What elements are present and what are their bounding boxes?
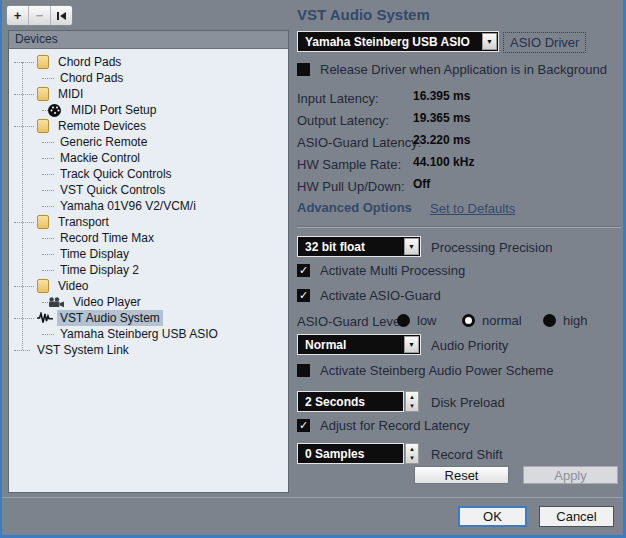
wave-icon [37,312,53,324]
asio-guard-level-option-low[interactable]: low [397,313,437,328]
info-row: Input Latency:16.395 ms [297,89,617,104]
tree-item-label: Remote Devices [55,118,149,134]
tree-item-label: Generic Remote [57,134,150,150]
tree-connector [42,158,54,159]
tree-item-vst-quick-controls[interactable]: VST Quick Controls [9,182,288,198]
asio-driver-select[interactable]: Yamaha Steinberg USB ASIO ▼ [297,31,499,52]
tree-item-vst-system-link[interactable]: VST System Link [9,342,288,358]
tree-connector [42,206,54,207]
tree-item-label: MIDI Port Setup [68,102,159,118]
info-row: Output Latency:19.365 ms [297,111,617,126]
devices-toolbar: + − [6,5,73,26]
tree-connector [42,270,54,271]
radio-icon [462,314,475,327]
power-scheme-label: Activate Steinberg Audio Power Scheme [320,363,553,378]
info-label: HW Sample Rate: [297,157,401,172]
chevron-down-icon: ▼ [482,33,497,50]
page-title: VST Audio System [297,6,430,23]
checkbox-icon [297,419,310,432]
tree-item-video[interactable]: Video [9,278,288,294]
tree-item-label: Record Time Max [57,230,157,246]
tree-item-chord-pads[interactable]: Chord Pads [9,54,288,70]
disk-preload-input[interactable]: 2 Seconds ▲ ▼ [297,391,419,412]
tree-item-label: Time Display 2 [57,262,142,278]
section-divider [297,226,621,228]
info-value: Off [413,177,430,191]
power-scheme-checkbox[interactable]: Activate Steinberg Audio Power Scheme [297,363,553,378]
tree-connector [42,254,54,255]
remove-device-button[interactable]: − [29,6,51,25]
asio-guard-level-option-normal[interactable]: normal [462,313,522,328]
spin-up-button[interactable]: ▲ [406,444,418,454]
record-shift-label: Record Shift [431,447,503,462]
processing-precision-value: 32 bit float [298,240,404,254]
info-value: 44.100 kHz [413,155,474,169]
tree-item-track-quick-controls[interactable]: Track Quick Controls [9,166,288,182]
tree-connector [42,238,54,239]
release-driver-checkbox[interactable]: Release Driver when Application is in Ba… [297,62,607,77]
tree-item-generic-remote[interactable]: Generic Remote [9,134,288,150]
activate-multi-processing-checkbox[interactable]: Activate Multi Processing [297,263,465,278]
devices-panel: Devices Chord PadsChord PadsMIDIMIDI Por… [8,30,289,493]
spin-down-button[interactable]: ▼ [406,402,418,412]
tree-item-transport[interactable]: Transport [9,214,288,230]
tree-connector [42,334,54,335]
cancel-button[interactable]: Cancel [539,506,614,527]
chevron-down-icon: ▼ [404,336,419,353]
asio-guard-level-row: ASIO-Guard Level: lownormalhigh [297,313,621,328]
info-row: HW Sample Rate:44.100 kHz [297,155,617,170]
info-value: 16.395 ms [413,89,470,103]
spin-down-button[interactable]: ▼ [406,454,418,464]
radio-option-label: high [563,313,588,328]
tree-item-yamaha-steinberg-usb-asio[interactable]: Yamaha Steinberg USB ASIO [9,326,288,342]
activate-asio-guard-checkbox[interactable]: Activate ASIO-Guard [297,288,441,303]
asio-driver-label: ASIO Driver [503,32,586,53]
tree-connector [14,126,34,127]
tree-item-midi[interactable]: MIDI [9,86,288,102]
asio-guard-level-option-high[interactable]: high [543,313,588,328]
tree-item-remote-devices[interactable]: Remote Devices [9,118,288,134]
disk-preload-label: Disk Preload [431,395,505,410]
activate-multi-processing-label: Activate Multi Processing [320,263,465,278]
skip-back-icon [57,12,66,20]
tree-item-chord-pads[interactable]: Chord Pads [9,70,288,86]
tree-item-label: MIDI [55,86,86,102]
tree-item-record-time-max[interactable]: Record Time Max [9,230,288,246]
tree-connector [42,174,54,175]
info-label: HW Pull Up/Down: [297,179,405,194]
spinner-buttons: ▲ ▼ [405,443,419,464]
reset-button[interactable]: Reset [414,466,509,484]
spin-up-button[interactable]: ▲ [406,392,418,402]
video-icon [48,297,64,308]
tree-item-mackie-control[interactable]: Mackie Control [9,150,288,166]
reset-devices-button[interactable] [51,6,72,25]
tree-item-label: Chord Pads [55,54,124,70]
set-to-defaults-link[interactable]: Set to Defaults [430,201,515,216]
adjust-record-latency-checkbox[interactable]: Adjust for Record Latency [297,418,470,433]
tree-item-label: Video Player [70,294,144,310]
info-row: ASIO-Guard Latency:23.220 ms [297,133,617,148]
add-device-button[interactable]: + [7,6,29,25]
record-shift-input[interactable]: 0 Samples ▲ ▼ [297,443,419,464]
audio-priority-label: Audio Priority [431,338,508,353]
apply-button[interactable]: Apply [523,466,618,484]
tree-item-midi-port-setup[interactable]: MIDI Port Setup [9,102,288,118]
tree-item-video-player[interactable]: Video Player [9,294,288,310]
radio-option-label: low [417,313,437,328]
tree-item-yamaha-01v96-v2-vcm-i[interactable]: Yamaha 01V96 V2/VCM/i [9,198,288,214]
ok-button[interactable]: OK [458,506,527,527]
tree-item-vst-audio-system[interactable]: VST Audio System [9,310,288,326]
folder-icon [37,279,49,293]
tree-item-label: Yamaha Steinberg USB ASIO [57,326,221,342]
tree-item-label: Time Display [57,246,132,262]
tree-item-label: Chord Pads [57,70,126,86]
devices-panel-header: Devices [9,31,288,49]
tree-item-time-display-2[interactable]: Time Display 2 [9,262,288,278]
disk-preload-value: 2 Seconds [297,391,404,412]
tree-item-label: Track Quick Controls [57,166,175,182]
release-driver-label: Release Driver when Application is in Ba… [320,62,607,77]
processing-precision-select[interactable]: 32 bit float ▼ [297,236,421,257]
audio-priority-select[interactable]: Normal ▼ [297,334,421,355]
tree-item-time-display[interactable]: Time Display [9,246,288,262]
midi-icon [48,104,61,117]
